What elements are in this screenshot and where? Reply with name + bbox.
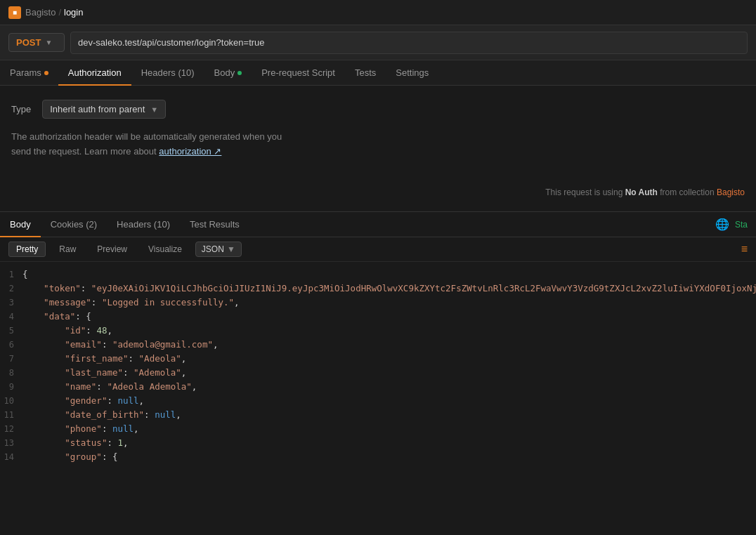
tab-tests[interactable]: Tests: [345, 60, 386, 86]
notice-text: This request is using: [545, 187, 623, 197]
no-auth-notice: This request is using No Auth from colle…: [545, 187, 745, 197]
breadcrumb-current: login: [64, 7, 83, 18]
code-line-13: 13 "status": 1,: [0, 436, 756, 450]
collection-link[interactable]: Bagisto: [717, 187, 745, 197]
type-row: Type Inherit auth from parent ▼: [11, 100, 745, 119]
code-line-6: 6 "email": "ademola@gmail.com",: [0, 338, 756, 352]
request-tabs-row: Params Authorization Headers (10) Body P…: [0, 60, 756, 86]
response-tab-headers[interactable]: Headers (10): [107, 212, 180, 237]
type-chevron-icon: ▼: [150, 105, 158, 114]
method-label: POST: [16, 37, 41, 48]
code-line-8: 8 "last_name": "Ademola",: [0, 366, 756, 380]
notice-suffix: from collection: [660, 187, 714, 197]
auth-description: The authorization header will be automat…: [11, 130, 292, 159]
tab-params[interactable]: Params: [0, 60, 58, 86]
status-text: Sta: [735, 220, 748, 230]
tab-body[interactable]: Body: [204, 60, 252, 86]
params-dot: [44, 71, 48, 75]
auth-learn-link[interactable]: authorization ↗: [159, 146, 221, 157]
type-value: Inherit auth from parent: [50, 104, 145, 114]
code-line-2: 2 "token": "eyJ0eXAiOiJKV1QiLCJhbGciOiJI…: [0, 282, 756, 296]
code-line-7: 7 "first_name": "Adeola",: [0, 352, 756, 366]
breadcrumb-sep: /: [58, 7, 61, 18]
response-tab-body[interactable]: Body: [0, 212, 41, 237]
response-panel: Body Cookies (2) Headers (10) Test Resul…: [0, 212, 756, 470]
tab-settings[interactable]: Settings: [386, 60, 438, 86]
url-input[interactable]: [70, 32, 748, 54]
type-dropdown[interactable]: Inherit auth from parent ▼: [42, 100, 166, 119]
code-line-14: 14 "group": {: [0, 450, 756, 464]
url-bar: POST ▼: [0, 25, 756, 60]
code-line-3: 3 "message": "Logged in successfully.",: [0, 296, 756, 310]
response-status-area: 🌐 Sta: [715, 218, 756, 231]
response-tabs-row: Body Cookies (2) Headers (10) Test Resul…: [0, 212, 756, 237]
no-auth-bold: No Auth: [625, 187, 658, 197]
top-bar: ■ Bagisto / login: [0, 0, 756, 25]
code-line-10: 10 "gender": null,: [0, 394, 756, 408]
format-chevron-icon: ▼: [227, 244, 235, 254]
response-tab-cookies[interactable]: Cookies (2): [41, 212, 107, 237]
method-chevron-icon: ▼: [45, 39, 52, 46]
auth-desc-text: The authorization header will be automat…: [11, 131, 282, 157]
response-toolbar: Pretty Raw Preview Visualize JSON ▼ ≡: [0, 237, 756, 262]
code-line-5: 5 "id": 48,: [0, 324, 756, 338]
method-selector[interactable]: POST ▼: [8, 33, 65, 52]
tab-prerequest[interactable]: Pre-request Script: [252, 60, 345, 86]
response-tab-test-results[interactable]: Test Results: [180, 212, 249, 237]
code-line-9: 9 "name": "Adeola Ademola",: [0, 380, 756, 394]
globe-icon: 🌐: [715, 218, 729, 231]
view-btn-preview[interactable]: Preview: [89, 242, 135, 257]
filter-icon[interactable]: ≡: [741, 243, 748, 256]
view-btn-raw[interactable]: Raw: [51, 242, 84, 257]
tab-authorization[interactable]: Authorization: [58, 60, 131, 86]
breadcrumb: Bagisto / login: [25, 7, 83, 18]
code-line-4: 4 "data": {: [0, 310, 756, 324]
response-code-area[interactable]: 1 { 2 "token": "eyJ0eXAiOiJKV1QiLCJhbGci…: [0, 262, 756, 470]
type-label: Type: [11, 104, 31, 114]
breadcrumb-app[interactable]: Bagisto: [25, 7, 56, 18]
code-line-1: 1 {: [0, 268, 756, 282]
app-icon: ■: [8, 6, 21, 19]
body-dot: [237, 71, 242, 75]
view-btn-visualize[interactable]: Visualize: [141, 242, 190, 257]
auth-panel: Type Inherit auth from parent ▼ The auth…: [0, 86, 756, 212]
json-format-label: JSON: [202, 244, 224, 254]
tab-headers[interactable]: Headers (10): [131, 60, 204, 86]
code-line-12: 12 "phone": null,: [0, 422, 756, 436]
view-btn-pretty[interactable]: Pretty: [8, 242, 46, 257]
json-format-selector[interactable]: JSON ▼: [195, 242, 242, 257]
code-line-11: 11 "date_of_birth": null,: [0, 408, 756, 422]
